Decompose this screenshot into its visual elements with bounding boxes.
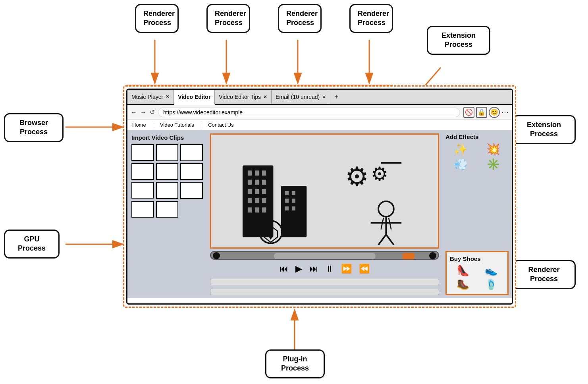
pause-button[interactable]: ⏸ (325, 264, 334, 274)
lock-icon[interactable]: 🔒 (476, 107, 487, 118)
shoe-heel: 👠 (450, 264, 476, 277)
tab-music-player-label: Music Player (131, 94, 163, 100)
svg-text:♥: ♥ (268, 232, 273, 241)
svg-rect-21 (255, 189, 259, 194)
tab-video-editor-tips-label: Video Editor Tips (219, 94, 261, 100)
svg-rect-34 (285, 206, 289, 210)
tab-email-label: Email (10 unread) (276, 94, 320, 100)
block-icon[interactable]: 🚫 (463, 107, 474, 118)
tab-music-player[interactable]: Music Player ✕ (127, 90, 174, 104)
clip-thumb-11[interactable] (156, 201, 179, 218)
svg-line-45 (378, 235, 386, 245)
nav-sep-1: | (152, 122, 154, 128)
skip-forward-button[interactable]: ⏭ (309, 264, 318, 274)
nav-menu: Home | Video Tutorials | Contact Us (127, 120, 512, 130)
more-button[interactable]: ⋯ (501, 108, 509, 117)
timeline-filled (274, 253, 376, 259)
clip-thumb-10[interactable] (131, 201, 154, 218)
browser-process: BrowserProcess (4, 113, 64, 142)
nav-video-tutorials[interactable]: Video Tutorials (160, 122, 194, 128)
clip-thumb-8[interactable] (156, 182, 179, 199)
panel-video-editor: ♥ ⚙ ⚙ (207, 130, 442, 298)
timeline-current (403, 253, 414, 259)
gpu-process: GPUProcess (4, 230, 60, 259)
svg-rect-17 (248, 180, 252, 185)
skip-back-button[interactable]: ⏮ (280, 264, 288, 274)
timeline-start-handle[interactable] (213, 252, 220, 259)
svg-rect-33 (292, 199, 295, 203)
reload-button[interactable]: ↺ (150, 108, 155, 116)
toolbar-icons: 🚫 🔒 😊 ⋯ (463, 107, 509, 118)
svg-rect-19 (262, 180, 266, 185)
tab-music-player-close[interactable]: ✕ (166, 94, 170, 100)
tab-email-close[interactable]: ✕ (322, 94, 326, 100)
svg-rect-28 (262, 207, 266, 212)
browser-window: Music Player ✕ Video Editor Video Editor… (123, 85, 516, 308)
svg-rect-25 (262, 198, 266, 203)
clip-thumb-7[interactable] (131, 182, 154, 199)
effects-grid: ✨ 💥 💨 ✳️ (445, 143, 509, 171)
renderer-process-3: RendererProcess (278, 4, 322, 33)
nav-home[interactable]: Home (132, 122, 146, 128)
clip-thumb-9[interactable] (180, 182, 203, 199)
extension-icon[interactable]: 😊 (489, 107, 500, 118)
effects-panel: Add Effects ✨ 💥 💨 ✳️ (445, 133, 509, 248)
back-button[interactable]: ← (131, 109, 137, 116)
timeline-end-handle[interactable] (429, 252, 436, 259)
clip-thumb-4[interactable] (131, 163, 154, 180)
nav-contact-us[interactable]: Contact Us (208, 122, 233, 128)
effect-stars[interactable]: ✳️ (478, 158, 509, 171)
shoe-sneaker: 👟 (478, 264, 505, 277)
timeline-bar[interactable] (210, 251, 439, 260)
address-bar: ← → ↺ 🚫 🔒 😊 ⋯ (127, 105, 512, 120)
text-bar-1 (210, 279, 439, 285)
clip-thumb-1[interactable] (131, 144, 154, 161)
panel-right: Add Effects ✨ 💥 💨 ✳️ Buy Shoes 👠 👟 🥾 (442, 130, 512, 298)
tab-video-editor-tips[interactable]: Video Editor Tips ✕ (215, 90, 272, 104)
effect-burst[interactable]: 💥 (478, 143, 509, 156)
text-bar-2 (210, 289, 439, 295)
svg-rect-30 (285, 191, 289, 195)
clip-thumb-3[interactable] (180, 144, 203, 161)
svg-rect-27 (255, 207, 259, 212)
tab-video-editor-tips-close[interactable]: ✕ (263, 94, 267, 100)
url-input[interactable] (158, 108, 460, 117)
forward-button[interactable]: → (140, 109, 147, 116)
svg-text:⚙: ⚙ (345, 162, 369, 191)
renderer-process-bottom-right: RendererProcess (512, 260, 576, 289)
clip-thumb-2[interactable] (156, 144, 179, 161)
clip-thumb-6[interactable] (180, 163, 203, 180)
renderer-process-4: RendererProcess (349, 4, 393, 33)
add-tab-button[interactable]: + (330, 90, 342, 104)
svg-rect-14 (248, 170, 252, 176)
nav-sep-2: | (200, 122, 202, 128)
svg-rect-24 (255, 198, 259, 203)
fast-forward-button[interactable]: ⏩ (341, 264, 352, 274)
shoes-grid: 👠 👟 🥾 🩴 (450, 264, 504, 291)
buy-shoes-panel[interactable]: Buy Shoes 👠 👟 🥾 🩴 (445, 251, 509, 295)
rewind-button[interactable]: ⏪ (359, 264, 370, 274)
svg-rect-32 (285, 199, 289, 203)
tab-video-editor-label: Video Editor (178, 94, 210, 100)
svg-rect-15 (255, 170, 259, 176)
renderer-process-1: Renderer Process (135, 4, 179, 33)
svg-rect-22 (262, 189, 266, 194)
video-preview[interactable]: ♥ ⚙ ⚙ (210, 133, 439, 249)
renderer-process-2: RendererProcess (206, 4, 250, 33)
extension-process-top: ExtensionProcess (427, 26, 490, 55)
tab-email[interactable]: Email (10 unread) ✕ (272, 90, 330, 104)
svg-rect-23 (248, 198, 252, 203)
svg-point-42 (378, 201, 394, 217)
play-button[interactable]: ▶ (295, 264, 302, 274)
effects-title: Add Effects (445, 133, 509, 140)
effect-sparkle[interactable]: ✨ (445, 143, 476, 156)
effect-smoke[interactable]: 💨 (445, 158, 476, 171)
controls-bar: ⏮ ▶ ⏭ ⏸ ⏩ ⏪ (210, 262, 439, 276)
import-clips-title: Import Video Clips (131, 134, 203, 141)
tab-bar: Music Player ✕ Video Editor Video Editor… (127, 90, 512, 105)
page-content: Import Video Clips (127, 130, 512, 298)
clip-thumb-5[interactable] (156, 163, 179, 180)
svg-rect-35 (292, 206, 295, 210)
tab-video-editor[interactable]: Video Editor (174, 90, 215, 105)
panel-import-clips: Import Video Clips (127, 130, 207, 298)
